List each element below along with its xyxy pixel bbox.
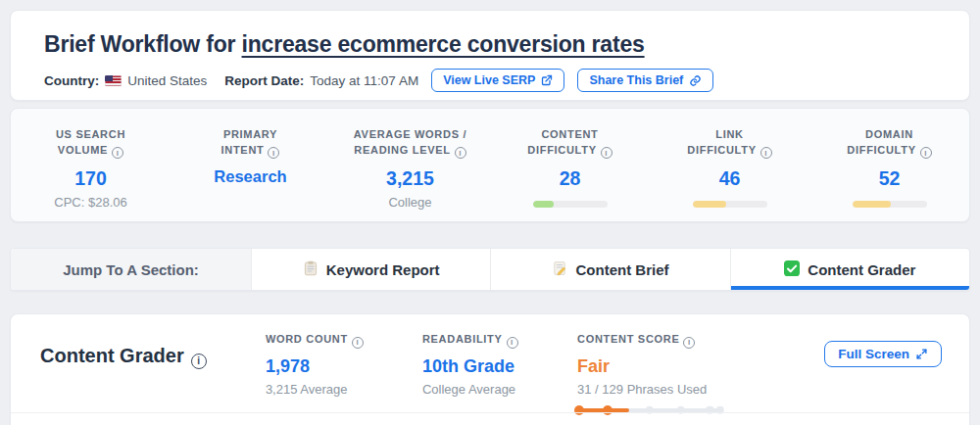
info-icon[interactable]: i: [268, 147, 279, 159]
share-brief-label: Share This Brief: [589, 73, 683, 87]
content-score-stepper: [577, 404, 721, 416]
external-link-icon: [541, 74, 553, 86]
expand-icon: [915, 348, 928, 360]
clipboard-icon: [303, 260, 318, 279]
readability-value: 10th Grade: [422, 356, 577, 377]
info-icon[interactable]: i: [507, 337, 518, 349]
tab-label: Keyword Report: [326, 261, 440, 278]
grader-content-score: Content Scorei Fair 31 / 129 Phrases Use…: [577, 332, 824, 425]
stat-domain-difficulty: Domain Difficultyi 52: [809, 127, 969, 221]
view-live-serp-label: View Live SERP: [443, 73, 535, 87]
content-difficulty-value: 28: [490, 167, 650, 190]
cpc-value: CPC: $28.06: [11, 195, 171, 210]
grader-readability: Readabilityi 10th Grade College Average: [422, 332, 577, 425]
page-title-prefix: Brief Workflow for: [44, 31, 235, 57]
full-screen-button[interactable]: Full Screen: [824, 341, 942, 367]
tab-content-brief[interactable]: Content Brief: [491, 249, 730, 290]
view-live-serp-button[interactable]: View Live SERP: [431, 69, 564, 92]
domain-difficulty-bar: [853, 201, 927, 208]
search-volume-value: 170: [11, 167, 171, 190]
stat-primary-intent: Primary Intenti Research: [171, 127, 330, 221]
keyword-stats-card: US Search Volumei 170 CPC: $28.06 Primar…: [10, 108, 970, 222]
green-check-icon: [784, 260, 800, 279]
info-icon[interactable]: i: [683, 337, 695, 349]
info-icon[interactable]: i: [601, 147, 612, 159]
word-count-average: 3,215 Average: [266, 382, 422, 397]
tab-label: Content Brief: [575, 261, 668, 278]
tab-label: Content Grader: [808, 261, 915, 278]
link-difficulty-bar: [693, 201, 767, 208]
info-icon[interactable]: i: [455, 147, 466, 159]
content-grader-card: Content Graderi Word Counti 1,978 3,215 …: [10, 313, 970, 425]
tab-keyword-report[interactable]: Keyword Report: [252, 249, 491, 290]
stepper-dot-filled: [574, 405, 584, 415]
stat-average-words: Average Words / Reading Leveli 3,215 Col…: [330, 127, 490, 221]
header-card: Brief Workflow for increase ecommerce co…: [10, 10, 970, 101]
stat-us-search-volume: US Search Volumei 170 CPC: $28.06: [11, 127, 171, 221]
average-words-value: 3,215: [330, 167, 490, 190]
full-screen-label: Full Screen: [838, 347, 909, 361]
info-icon[interactable]: i: [191, 354, 207, 369]
jump-to-section-label: Jump To A Section:: [11, 249, 252, 290]
stat-content-difficulty: Content Difficultyi 28: [490, 127, 650, 221]
divider: [11, 412, 969, 413]
content-score-value: Fair: [577, 356, 824, 377]
link-icon: [689, 74, 702, 87]
target-keyword-link[interactable]: increase ecommerce conversion rates: [242, 31, 645, 57]
country-label: Country:: [44, 73, 99, 88]
us-flag-icon: [105, 75, 122, 86]
section-tab-bar: Jump To A Section: Keyword Report Conten…: [10, 248, 970, 291]
active-tab-indicator: [731, 286, 969, 290]
grader-word-count: Word Counti 1,978 3,215 Average: [266, 332, 422, 425]
content-difficulty-bar: [533, 201, 608, 208]
info-icon[interactable]: i: [112, 147, 123, 159]
stat-link-difficulty: Link Difficultyi 46: [650, 127, 809, 221]
tab-content-grader[interactable]: Content Grader: [731, 249, 969, 290]
page-title: Brief Workflow for increase ecommerce co…: [44, 31, 936, 58]
readability-average: College Average: [422, 382, 577, 397]
info-icon[interactable]: i: [920, 147, 932, 159]
memo-icon: [552, 260, 567, 279]
share-brief-button[interactable]: Share This Brief: [577, 69, 713, 92]
link-difficulty-value: 46: [650, 167, 809, 190]
report-date-label: Report Date:: [224, 73, 304, 88]
report-date-value: Today at 11:07 AM: [310, 73, 418, 88]
country-value: United States: [127, 73, 207, 88]
phrases-used-value: 31 / 129 Phrases Used: [577, 382, 824, 397]
stepper-dot-filled: [603, 405, 612, 415]
reading-level-value: College: [330, 195, 490, 210]
word-count-value: 1,978: [266, 356, 422, 377]
report-meta-row: Country: United States Report Date: Toda…: [44, 69, 936, 92]
domain-difficulty-value: 52: [809, 167, 969, 190]
primary-intent-value: Research: [171, 167, 330, 186]
info-icon[interactable]: i: [760, 147, 772, 159]
info-icon[interactable]: i: [352, 337, 364, 349]
